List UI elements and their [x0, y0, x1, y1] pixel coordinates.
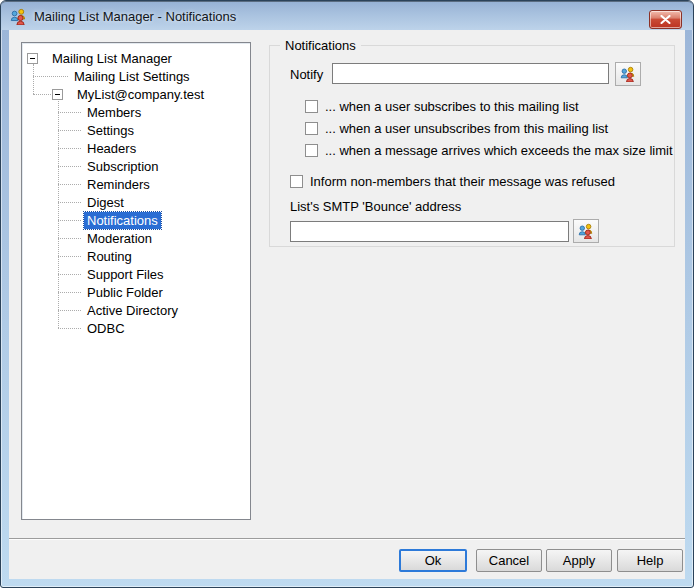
notify-subscribe-checkbox-row: ... when a user subscribes to this maili… — [305, 98, 579, 114]
inform-non-members-checkbox-row: Inform non-members that their message wa… — [290, 173, 615, 189]
address-book-people-icon — [578, 223, 594, 239]
tree-item-mailing-list-settings[interactable]: Mailing List Settings — [22, 67, 250, 85]
tree-item-reminders[interactable]: Reminders — [22, 175, 250, 193]
dialog-window: Mailing List Manager - Notifications Mai… — [0, 0, 694, 588]
tree-item-public-folder[interactable]: Public Folder — [22, 283, 250, 301]
tree-item-settings[interactable]: Settings — [22, 121, 250, 139]
bounce-address-picker-button[interactable] — [573, 219, 599, 243]
tree-item-members[interactable]: Members — [22, 103, 250, 121]
tree-item-mylist[interactable]: MyList@company.test — [22, 85, 250, 103]
tree-item-notifications-selected[interactable]: Notifications — [22, 211, 250, 229]
collapse-minus-icon[interactable] — [27, 53, 38, 64]
tree-item-active-directory[interactable]: Active Directory — [22, 301, 250, 319]
bounce-address-label: List's SMTP 'Bounce' address — [290, 199, 461, 214]
address-book-people-icon — [620, 66, 636, 82]
close-x-icon — [660, 15, 671, 24]
collapse-minus-icon[interactable] — [52, 89, 63, 100]
notify-max-size-checkbox[interactable] — [305, 144, 318, 157]
window-title: Mailing List Manager - Notifications — [34, 9, 236, 24]
ok-button[interactable]: Ok — [399, 549, 467, 572]
notify-subscribe-label[interactable]: ... when a user subscribes to this maili… — [325, 99, 579, 114]
notify-input[interactable] — [332, 63, 609, 84]
tree-item-moderation[interactable]: Moderation — [22, 229, 250, 247]
help-button[interactable]: Help — [617, 549, 683, 572]
close-button[interactable] — [649, 10, 682, 29]
tree-item-headers[interactable]: Headers — [22, 139, 250, 157]
inform-non-members-label[interactable]: Inform non-members that their message wa… — [310, 174, 615, 189]
notify-max-size-checkbox-row: ... when a message arrives which exceeds… — [305, 142, 673, 158]
notify-subscribe-checkbox[interactable] — [305, 100, 318, 113]
cancel-button[interactable]: Cancel — [476, 549, 542, 572]
notify-address-picker-button[interactable] — [615, 62, 641, 86]
apply-button[interactable]: Apply — [546, 549, 612, 572]
notify-unsubscribe-checkbox[interactable] — [305, 122, 318, 135]
settings-tree: Mailing List Manager Mailing List Settin… — [21, 42, 251, 520]
tree-item-odbc[interactable]: ODBC — [22, 319, 250, 337]
notify-max-size-label[interactable]: ... when a message arrives which exceeds… — [325, 143, 673, 158]
bounce-address-input[interactable] — [290, 221, 569, 242]
tree-item-support-files[interactable]: Support Files — [22, 265, 250, 283]
tree-item-digest[interactable]: Digest — [22, 193, 250, 211]
tree-item-mailing-list-manager[interactable]: Mailing List Manager — [22, 49, 250, 67]
mailing-list-people-icon — [10, 8, 27, 25]
tree-item-subscription[interactable]: Subscription — [22, 157, 250, 175]
notify-unsubscribe-label[interactable]: ... when a user unsubscribes from this m… — [325, 121, 608, 136]
notify-label: Notify — [290, 67, 323, 82]
inform-non-members-checkbox[interactable] — [290, 175, 303, 188]
title-bar[interactable]: Mailing List Manager - Notifications — [1, 1, 693, 30]
notify-unsubscribe-checkbox-row: ... when a user unsubscribes from this m… — [305, 120, 608, 136]
notifications-group: Notifications Notify — [269, 45, 675, 247]
footer-separator — [9, 538, 685, 540]
tree-item-routing[interactable]: Routing — [22, 247, 250, 265]
dialog-content: Mailing List Manager Mailing List Settin… — [9, 30, 685, 579]
group-title: Notifications — [280, 38, 361, 53]
